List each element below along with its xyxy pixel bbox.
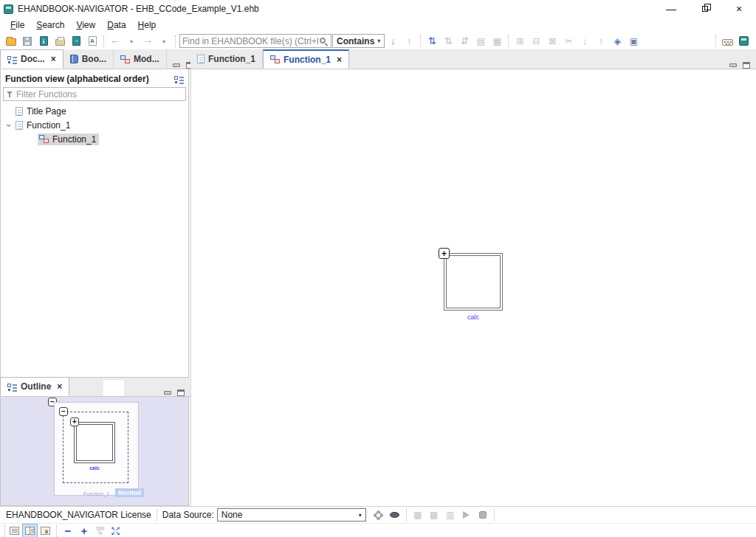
step-up-icon[interactable]: ↑	[594, 33, 608, 48]
expand-block-button[interactable]: +	[70, 418, 79, 426]
settings-icon[interactable]	[371, 507, 386, 522]
menu-data[interactable]: Data	[101, 18, 131, 32]
open-file-icon[interactable]	[4, 33, 18, 48]
menu-view[interactable]: View	[70, 18, 101, 32]
calibration-window-icon[interactable]: ▦	[410, 507, 425, 522]
chevron-down-icon[interactable]: ›	[4, 120, 14, 131]
step-down-icon[interactable]: ↓	[577, 33, 592, 48]
minimize-view-button[interactable]	[729, 63, 737, 67]
tab-function_1[interactable]: Function_1×	[263, 49, 349, 69]
menu-help[interactable]: Help	[132, 18, 162, 32]
tab-outline[interactable]: Outline ×	[0, 377, 69, 396]
view-content-page-icon	[10, 527, 19, 535]
collapse-search-results-icon[interactable]: ⇅	[441, 33, 456, 48]
visualization-mode-glyph	[390, 512, 399, 518]
calc-block[interactable]: +	[444, 253, 503, 311]
tree-item-label: Function_1	[52, 134, 96, 145]
search-filter-settings-icon[interactable]: ⇅	[425, 33, 439, 48]
minimize-button[interactable]: —	[654, 0, 688, 18]
start-measurement-glyph	[463, 511, 470, 519]
stop-measurement-icon[interactable]	[475, 507, 490, 522]
maximize-view-button[interactable]	[743, 62, 750, 69]
close-icon[interactable]: ×	[51, 54, 56, 64]
tree-item-function_1[interactable]: ›Function_1	[1, 118, 188, 132]
diagram-icon	[270, 55, 280, 63]
measurement-window-icon[interactable]: ▩	[427, 507, 441, 522]
table-view-icon[interactable]: ▦	[489, 34, 504, 49]
export-ehandbook-glyph	[72, 36, 80, 46]
expand-block-button[interactable]: +	[439, 248, 450, 259]
ehandbook-navigator-window: EHANDBOOK-NAVIGATOR - EHB_CCode_Example_…	[0, 0, 756, 537]
diagram-canvas[interactable]: + calc	[190, 69, 756, 506]
tree-item-function_1[interactable]: Function_1	[1, 132, 188, 146]
outline-toolbar-spacer	[103, 380, 124, 396]
zoom-out-button[interactable]: −	[61, 524, 75, 537]
list-view-icon[interactable]: ▤	[473, 34, 488, 49]
nav-back-icon[interactable]: ←	[108, 32, 123, 47]
add-bookmark-group-icon[interactable]: ⊟	[529, 34, 543, 49]
filter-functions-input[interactable]	[16, 89, 185, 100]
tree-item-title-page[interactable]: Title Page	[1, 104, 188, 118]
minimize-view-button[interactable]	[173, 63, 180, 67]
collapse-region-button[interactable]: −	[59, 407, 68, 416]
restore-button[interactable]	[688, 0, 722, 18]
export-pdf-glyph	[89, 36, 97, 46]
statusbar-separator	[406, 509, 407, 521]
experiment-window-icon[interactable]: ▥	[443, 507, 458, 522]
tab-function_1[interactable]: Function_1	[190, 49, 263, 69]
add-bookmark-icon[interactable]: ⊞	[512, 34, 527, 49]
remove-bookmark-icon[interactable]: ⊠	[545, 34, 560, 49]
zoom-in-button[interactable]: +	[77, 524, 92, 537]
export-ehandbook-icon[interactable]	[69, 33, 83, 48]
global-search-box[interactable]	[179, 34, 331, 48]
expand-search-results-icon[interactable]: ⇵	[457, 33, 472, 48]
view-interactive-model-button[interactable]	[38, 524, 52, 537]
print-icon[interactable]	[52, 33, 67, 48]
tab-doc-[interactable]: Doc...×	[0, 49, 63, 69]
cut-labels-icon[interactable]: ✂	[561, 34, 576, 49]
search-input[interactable]	[182, 36, 318, 46]
keyboard-shortcuts-icon[interactable]	[720, 34, 735, 49]
navigator-perspective-icon[interactable]	[736, 34, 751, 49]
fit-to-screen-button[interactable]: ↖↗↙↘	[109, 524, 123, 537]
nav-forward-menu-icon[interactable]: ▾	[157, 35, 171, 49]
view-menu-icon[interactable]	[174, 75, 184, 83]
nav-back-menu-icon[interactable]: ▾	[124, 35, 139, 49]
outline-tabbar: Outline ×	[0, 378, 190, 397]
view-split-layout-button[interactable]	[23, 524, 37, 537]
maximize-view-button[interactable]	[177, 389, 185, 396]
save-icon[interactable]	[20, 34, 35, 49]
window-controls: —×	[654, 0, 756, 18]
show-hierarchy-icon[interactable]: ◈	[610, 34, 625, 49]
filter-functions-box[interactable]	[3, 87, 186, 101]
chevron-down-icon: ▾	[359, 512, 362, 519]
menu-file[interactable]: File	[4, 18, 30, 32]
view-content-page-button[interactable]	[7, 524, 21, 537]
nav-forward-icon[interactable]: →	[140, 32, 155, 47]
outline-calc-block[interactable]	[74, 422, 115, 463]
tree-item-content: Function_1	[38, 134, 99, 145]
start-measurement-icon[interactable]	[459, 507, 474, 522]
outline-thumbnail[interactable]: − − + calc Function_1 Normal	[0, 397, 189, 506]
zoom-reset-button[interactable]: 100%	[93, 524, 107, 537]
menu-search[interactable]: Search	[30, 18, 70, 32]
outline-panel: Outline × − − + calc Function_1 Normal	[0, 378, 190, 506]
tab-boo-[interactable]: Boo...	[63, 49, 114, 69]
visualization-mode-icon[interactable]	[388, 507, 402, 522]
minimize-view-button[interactable]	[164, 391, 171, 395]
function-tree: Title Page›Function_1Function_1	[1, 104, 188, 146]
search-previous-icon[interactable]: ↑	[402, 34, 416, 49]
tab-mod-[interactable]: Mod...	[114, 49, 167, 69]
close-icon[interactable]: ×	[57, 381, 62, 392]
open-new-window-icon[interactable]: ▣	[626, 34, 641, 49]
data-source-dropdown[interactable]: None ▾	[217, 508, 366, 522]
window-title: EHANDBOOK-NAVIGATOR - EHB_CCode_Example_…	[18, 4, 259, 14]
search-next-icon[interactable]: ↓	[385, 34, 400, 49]
close-button[interactable]: ×	[722, 0, 756, 18]
search-mode-dropdown[interactable]: Contains ▾	[332, 34, 385, 48]
tree-item-content: Title Page	[14, 105, 69, 117]
ehandbook-info-icon[interactable]	[36, 33, 51, 48]
close-icon[interactable]: ×	[337, 55, 342, 65]
tree-item-label: Title Page	[27, 106, 66, 117]
export-pdf-icon[interactable]	[85, 33, 100, 48]
